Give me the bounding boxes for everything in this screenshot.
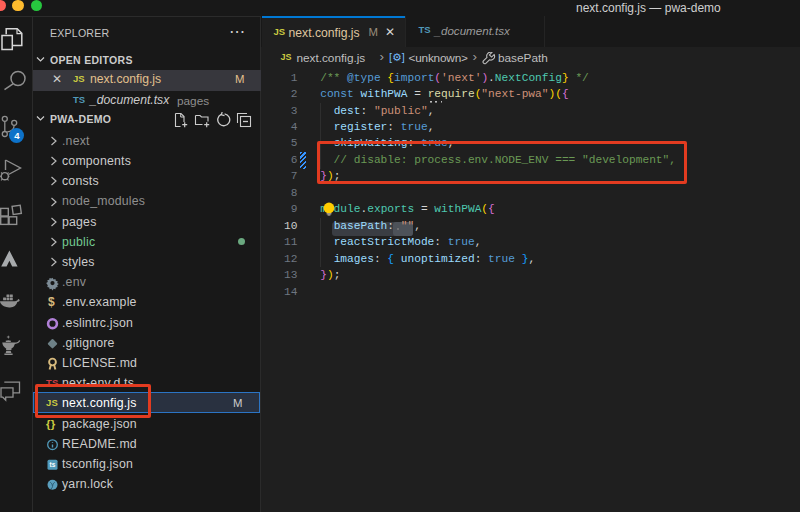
svg-text:ts: ts bbox=[49, 461, 55, 468]
